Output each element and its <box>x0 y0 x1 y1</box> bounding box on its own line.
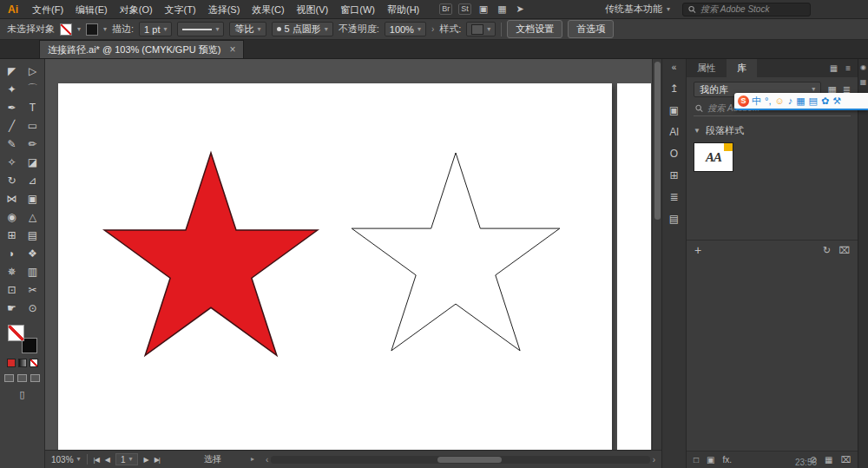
width-tool[interactable]: ⋈ <box>2 189 23 208</box>
lasso-tool[interactable]: ⌒ <box>23 80 43 98</box>
shape-builder-tool[interactable]: ◉ <box>2 208 23 226</box>
document-setup-button[interactable]: 文档设置 <box>507 20 562 38</box>
punctuation-icon[interactable]: °, <box>765 96 771 106</box>
rectangle-tool[interactable]: ▭ <box>23 116 43 135</box>
pen-tool[interactable]: ✒ <box>2 98 23 116</box>
style-select[interactable]: ▾ <box>466 22 496 36</box>
artboard-number-select[interactable]: 1 ▾ <box>115 453 138 465</box>
layout-grid-icon[interactable]: ▦ <box>496 3 508 15</box>
arrange-documents-icon[interactable]: ▣ <box>477 3 490 15</box>
trash-icon[interactable]: ⌧ <box>840 455 851 465</box>
menu-item[interactable]: 选择(S) <box>202 0 247 19</box>
layers-panel-icon[interactable]: ≣ <box>669 192 678 202</box>
white-star-shape[interactable] <box>352 153 560 351</box>
sogou-logo[interactable]: S <box>738 96 749 107</box>
collapse-panels-icon[interactable]: « <box>672 63 677 72</box>
keyboard-icon[interactable]: ▦ <box>796 96 805 106</box>
hand-tool[interactable]: ☛ <box>2 299 23 317</box>
paragraph-styles-section-header[interactable]: ▼ 段落样式 <box>687 116 858 141</box>
zoom-level-select[interactable]: 103% ▾ <box>51 455 81 465</box>
perspective-grid-tool[interactable]: △ <box>23 208 43 226</box>
slice-tool[interactable]: ✂ <box>23 280 43 299</box>
stroke-width-select[interactable]: 1 pt ▾ <box>139 22 172 36</box>
scale-tool[interactable]: ⊿ <box>23 171 43 189</box>
horizontal-scroll-track[interactable] <box>271 456 649 464</box>
direct-selection-tool[interactable]: ▷ <box>23 62 43 80</box>
symbols-panel-icon[interactable]: ⊞ <box>669 170 678 181</box>
dock-icon[interactable]: ▦ <box>830 63 838 73</box>
prev-artboard-button[interactable]: ◀ <box>105 456 109 464</box>
color-wheel-icon[interactable]: ◉ <box>860 64 866 71</box>
draw-inside-button[interactable] <box>30 374 40 382</box>
horizontal-scrollbar-thumb[interactable] <box>437 457 502 463</box>
style-group-icon[interactable]: ▣ <box>707 455 714 465</box>
menu-item[interactable]: 编辑(E) <box>69 0 114 19</box>
zoom-tool[interactable]: ⊙ <box>23 299 43 317</box>
color-button[interactable] <box>7 359 16 367</box>
artboard-2-partial[interactable] <box>617 83 651 450</box>
line-segment-tool[interactable]: ╱ <box>2 116 23 135</box>
scroll-left-icon[interactable]: ‹ <box>266 455 268 465</box>
bridge-button[interactable]: Br <box>439 3 452 15</box>
scroll-right-icon[interactable]: › <box>653 455 655 465</box>
draw-behind-button[interactable] <box>17 374 27 382</box>
close-icon[interactable]: × <box>229 43 235 56</box>
width-profile-select[interactable]: 等比 ▾ <box>229 22 266 36</box>
more-options-icon[interactable]: › <box>431 24 434 34</box>
menu-item[interactable]: 视图(V) <box>291 0 335 19</box>
none-button[interactable] <box>30 359 38 367</box>
mic-icon[interactable]: ♪ <box>788 96 793 106</box>
gradient-tool[interactable]: ▤ <box>23 226 43 244</box>
type-tool[interactable]: T <box>23 98 43 116</box>
trash-icon[interactable]: ⌧ <box>838 245 850 256</box>
menu-item[interactable]: 效果(C) <box>246 0 290 19</box>
toolbox-icon[interactable]: ⚒ <box>832 96 841 106</box>
red-star-shape[interactable] <box>104 153 317 355</box>
draw-normal-button[interactable] <box>4 374 14 382</box>
document-tab[interactable]: 连接路径.ai* @ 103% (CMYK/GPU 预览) × <box>39 40 244 58</box>
symbol-sprayer-tool[interactable]: ✵ <box>2 262 23 280</box>
first-artboard-button[interactable]: |◀ <box>94 456 99 464</box>
share-icon[interactable]: ➤ <box>515 3 526 15</box>
chevron-right-icon[interactable]: ▸ <box>251 456 254 463</box>
chevron-down-icon[interactable]: ▾ <box>77 26 81 33</box>
mesh-tool[interactable]: ⊞ <box>2 226 23 244</box>
vertical-scrollbar-thumb[interactable] <box>654 62 661 220</box>
brush-select[interactable]: 5 点圆形 ▾ <box>272 22 333 36</box>
next-artboard-button[interactable]: ▶ <box>144 456 148 464</box>
grid-icon[interactable]: ▦ <box>825 455 832 465</box>
stroke-panel-icon[interactable]: O <box>670 148 678 159</box>
preferences-button[interactable]: 首选项 <box>568 20 614 38</box>
effects-icon[interactable]: fx. <box>723 455 733 465</box>
collapse-triangle-icon[interactable]: ▼ <box>694 127 700 135</box>
horizontal-scrollbar[interactable]: ‹ › <box>266 455 655 465</box>
opacity-select[interactable]: 100% ▾ <box>385 22 426 36</box>
menu-item[interactable]: 对象(O) <box>114 0 159 19</box>
new-style-icon[interactable]: □ <box>694 455 699 465</box>
stock-button[interactable]: St <box>458 3 471 15</box>
pasteboard[interactable] <box>45 59 661 450</box>
eyedropper-tool[interactable]: ◗ <box>2 244 23 262</box>
swatches-panel-icon[interactable]: ▤ <box>669 214 679 224</box>
selection-tool[interactable]: ◤ <box>2 62 23 80</box>
tab-properties[interactable]: 属性 <box>687 59 727 77</box>
stock-search[interactable] <box>682 3 811 16</box>
fill-color-swatch[interactable] <box>60 23 72 36</box>
free-transform-tool[interactable]: ▣ <box>23 189 43 208</box>
dock-panel-icon[interactable]: ▦ <box>860 79 867 86</box>
stock-search-input[interactable] <box>700 4 805 14</box>
clipboard-icon[interactable]: ▤ <box>809 96 818 106</box>
vertical-scrollbar[interactable] <box>652 59 661 450</box>
chevron-down-icon[interactable]: ▾ <box>103 26 107 33</box>
emoji-icon[interactable]: ☺ <box>774 96 784 106</box>
rotate-tool[interactable]: ↻ <box>2 171 23 189</box>
add-item-button[interactable]: + <box>694 244 701 256</box>
stroke-style-select[interactable]: ▾ <box>177 22 224 36</box>
paintbrush-tool[interactable]: ✎ <box>2 135 23 153</box>
screen-mode-button[interactable]: ▯ <box>19 389 24 400</box>
artboards-panel-icon[interactable]: ▣ <box>669 105 679 115</box>
menu-item[interactable]: 窗口(W) <box>334 0 381 19</box>
artboard-tool[interactable]: ⊡ <box>2 280 23 299</box>
magic-wand-tool[interactable]: ✦ <box>2 80 23 98</box>
fill-indicator[interactable] <box>8 325 24 341</box>
